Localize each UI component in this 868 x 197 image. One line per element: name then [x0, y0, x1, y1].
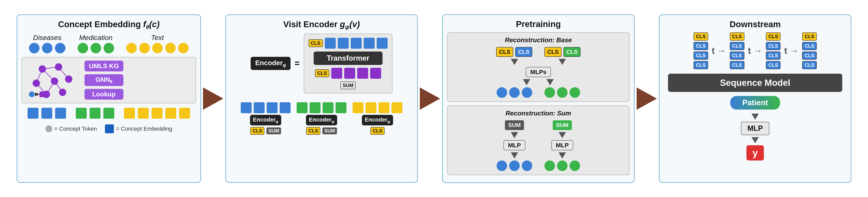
sum-badge-inner: SUM	[340, 82, 355, 89]
sum-col-1: SUM MLP	[497, 120, 532, 171]
transformer-box: Transformer	[314, 52, 382, 65]
legend-token: = Concept Token	[45, 125, 97, 132]
ds-cls-b12: CLS	[802, 61, 817, 69]
ds-arrow-down	[751, 114, 759, 120]
sum-badge-2: SUM	[553, 120, 572, 130]
text-circles	[126, 43, 189, 53]
text-label: Text	[126, 34, 189, 41]
lookup-label: Lookup	[85, 89, 123, 100]
ds-cls-y4: CLS	[802, 32, 817, 40]
enc-label-g1: Encoderψ	[250, 115, 281, 125]
token-sq-blue-2	[41, 108, 52, 119]
ds-cls-b11: CLS	[802, 52, 817, 60]
t-arrow-3: t →	[784, 46, 799, 56]
ds-cls-b10: CLS	[802, 42, 817, 50]
enc-g3-top	[352, 102, 402, 113]
legend-embed: = Concept Embedding	[105, 124, 172, 133]
med-circle-2	[91, 43, 101, 53]
panel1-title: Concept Embedding fθ(c)	[58, 20, 160, 30]
g1-sq2	[254, 102, 265, 113]
svg-line-9	[42, 69, 55, 81]
cls-badge-top: CLS	[309, 39, 323, 47]
g3-sq3	[378, 102, 390, 113]
panel-concept-embedding: Concept Embedding fθ(c) Diseases Medicat…	[17, 15, 201, 183]
text-group: Text	[126, 34, 189, 53]
medication-group: Medication	[78, 34, 114, 53]
cls-stack-2: CLS CLS CLS CLS	[730, 32, 744, 69]
kg-graph-svg	[26, 61, 79, 100]
arrow-3	[634, 87, 659, 110]
g1-cls: CLS	[250, 127, 265, 135]
kg-box: UMLS KG GNNθ Lookup	[22, 57, 196, 103]
token-sq-yellow-3	[152, 108, 162, 119]
diseases-circles	[29, 43, 65, 53]
g1-sq4	[280, 102, 290, 113]
cls-badge-mid: CLS	[315, 69, 329, 77]
legend-embed-text: = Concept Embedding	[116, 125, 172, 132]
disease-circle-2	[42, 43, 53, 53]
g1-sq1	[241, 102, 252, 113]
ds-cls-b5: CLS	[730, 52, 744, 60]
sum-badge-1: SUM	[505, 120, 524, 130]
ds-cls-b7: CLS	[766, 42, 780, 50]
arrow-shape-2	[420, 87, 440, 110]
svg-line-8	[36, 69, 42, 83]
text-circle-4	[165, 43, 176, 53]
pretrain-sum-title: Reconstruction: Sum	[505, 110, 571, 117]
base-cls-row-2: CLS CLS	[545, 47, 581, 57]
medication-label: Medication	[78, 34, 114, 41]
panel-visit-encoder: Visit Encoder gψ(v) Encoderψ = CLS Trans…	[225, 15, 418, 183]
med-circle-1	[78, 43, 88, 53]
ds-cls-b1: CLS	[693, 42, 708, 50]
ds-cls-b2: CLS	[693, 52, 708, 60]
legend-row: = Concept Token = Concept Embedding	[45, 124, 172, 133]
base-arrow-3	[523, 79, 530, 85]
encoder-label-main: Encoderψ	[251, 57, 290, 70]
concept-tokens-row	[28, 108, 190, 119]
enc-group-2: Encoderψ CLS SUM	[297, 102, 346, 135]
text-circle-1	[126, 43, 137, 53]
enc-g1-bottom: CLS SUM	[250, 127, 281, 135]
mlps-box: MLPs	[526, 67, 551, 77]
panel2-title: Visit Encoder gψ(v)	[283, 20, 360, 30]
base-circ-b3	[522, 87, 532, 98]
enc-g2-top	[297, 102, 346, 113]
disease-circle-3	[55, 43, 65, 53]
legend-token-text: = Concept Token	[54, 125, 97, 132]
enc-group-3: Encoderψ CLS	[352, 102, 402, 135]
ds-arrow-down-2	[751, 137, 759, 143]
base-arrow-1	[511, 59, 518, 65]
downstream-cls-row: CLS CLS CLS CLS t → CLS CLS CLS CLS t → …	[693, 32, 817, 69]
ds-cls-b3: CLS	[693, 61, 708, 69]
ds-cls-b6: CLS	[730, 61, 744, 69]
token-sq-green-1	[76, 108, 87, 119]
enc-label-g2: Encoderψ	[306, 115, 337, 125]
base-cls-row-1: CLS CLS	[496, 47, 532, 57]
g3-sq4	[392, 102, 402, 113]
legend-circle-icon	[45, 125, 52, 132]
pretrain-base: Reconstruction: Base CLS CLS CLS CLS MLP…	[447, 32, 629, 102]
enc-sq-p2	[344, 68, 355, 79]
sum-arrow-3	[511, 152, 518, 159]
base-arrow-2	[559, 59, 566, 65]
base-circ-b1	[497, 87, 507, 98]
base-circles-2	[545, 87, 580, 98]
concept-types-row: Diseases Medication Text	[29, 34, 189, 53]
pretrain-base-title: Reconstruction: Base	[505, 36, 572, 44]
enc-sq-p4	[370, 68, 381, 79]
arrow-1	[201, 87, 225, 110]
equals-sign: =	[294, 59, 300, 68]
base-circ-g1	[545, 87, 555, 98]
gnn-label: GNNθ	[85, 74, 123, 86]
base-arrows2-row	[523, 79, 554, 85]
token-sq-yellow-5	[179, 108, 190, 119]
encoder-groups: Encoderψ CLS SUM Encoderψ CLS SUM	[241, 102, 402, 135]
g2-sum: SUM	[322, 128, 337, 134]
encoder-top-row: CLS	[309, 38, 388, 49]
panel-downstream: Downstream CLS CLS CLS CLS t → CLS CLS C…	[659, 15, 851, 183]
g3-cls: CLS	[370, 127, 384, 135]
g2-sq3	[322, 102, 334, 113]
sum-circles-2	[545, 161, 580, 171]
token-sq-blue-1	[28, 108, 38, 119]
legend-square-icon	[105, 124, 114, 133]
